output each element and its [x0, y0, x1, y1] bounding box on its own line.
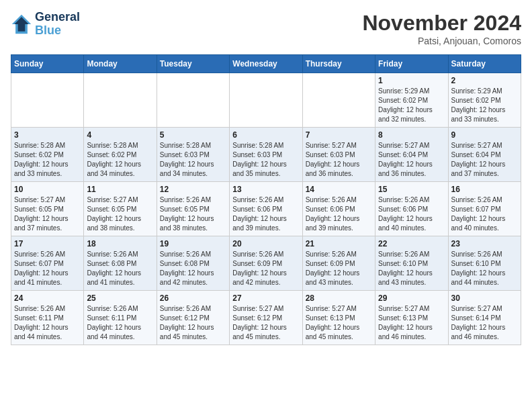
logo-text: General Blue — [35, 11, 80, 38]
calendar-cell: 21Sunrise: 5:26 AM Sunset: 6:09 PM Dayli… — [302, 236, 375, 291]
day-info: Sunrise: 5:27 AM Sunset: 6:05 PM Dayligh… — [87, 195, 153, 233]
day-number: 2 — [451, 76, 518, 85]
calendar-cell: 2Sunrise: 5:29 AM Sunset: 6:02 PM Daylig… — [448, 73, 521, 128]
day-number: 8 — [378, 130, 445, 140]
day-info: Sunrise: 5:27 AM Sunset: 6:12 PM Dayligh… — [232, 304, 299, 342]
calendar-cell: 17Sunrise: 5:26 AM Sunset: 6:07 PM Dayli… — [11, 236, 84, 291]
day-info: Sunrise: 5:27 AM Sunset: 6:04 PM Dayligh… — [378, 141, 445, 179]
logo: General Blue — [11, 11, 80, 38]
day-info: Sunrise: 5:28 AM Sunset: 6:02 PM Dayligh… — [87, 141, 153, 179]
weekday-header: Monday — [84, 55, 157, 73]
day-number: 27 — [232, 293, 299, 303]
day-info: Sunrise: 5:26 AM Sunset: 6:10 PM Dayligh… — [451, 250, 518, 287]
title-block: November 2024 Patsi, Anjouan, Comoros — [362, 11, 521, 46]
day-number: 9 — [451, 130, 518, 140]
calendar-cell: 18Sunrise: 5:26 AM Sunset: 6:08 PM Dayli… — [84, 236, 157, 291]
calendar-cell — [302, 73, 375, 128]
calendar-cell: 22Sunrise: 5:26 AM Sunset: 6:10 PM Dayli… — [375, 236, 448, 291]
day-info: Sunrise: 5:26 AM Sunset: 6:06 PM Dayligh… — [378, 195, 445, 233]
day-number: 29 — [378, 293, 445, 303]
day-number: 28 — [306, 293, 372, 303]
calendar-cell: 29Sunrise: 5:27 AM Sunset: 6:13 PM Dayli… — [375, 291, 448, 345]
weekday-header: Saturday — [448, 55, 521, 73]
day-number: 10 — [14, 185, 81, 194]
calendar-cell: 16Sunrise: 5:26 AM Sunset: 6:07 PM Dayli… — [448, 182, 521, 236]
day-number: 22 — [378, 239, 445, 248]
calendar-cell: 20Sunrise: 5:26 AM Sunset: 6:09 PM Dayli… — [230, 236, 302, 291]
calendar-week-row: 24Sunrise: 5:26 AM Sunset: 6:11 PM Dayli… — [11, 291, 521, 345]
day-info: Sunrise: 5:27 AM Sunset: 6:03 PM Dayligh… — [306, 141, 372, 179]
day-info: Sunrise: 5:29 AM Sunset: 6:02 PM Dayligh… — [451, 87, 518, 124]
day-info: Sunrise: 5:26 AM Sunset: 6:05 PM Dayligh… — [160, 195, 226, 233]
weekday-header: Thursday — [302, 55, 375, 73]
calendar-week-row: 10Sunrise: 5:27 AM Sunset: 6:05 PM Dayli… — [11, 182, 521, 236]
day-number: 3 — [14, 130, 81, 140]
day-number: 25 — [87, 293, 153, 303]
day-info: Sunrise: 5:27 AM Sunset: 6:04 PM Dayligh… — [451, 141, 518, 179]
calendar-cell — [11, 73, 84, 128]
day-number: 1 — [378, 76, 445, 85]
calendar-cell: 4Sunrise: 5:28 AM Sunset: 6:02 PM Daylig… — [84, 128, 157, 182]
calendar-cell: 25Sunrise: 5:26 AM Sunset: 6:11 PM Dayli… — [84, 291, 157, 345]
calendar-cell: 6Sunrise: 5:28 AM Sunset: 6:03 PM Daylig… — [230, 128, 302, 182]
day-number: 12 — [160, 185, 226, 194]
calendar-week-row: 1Sunrise: 5:29 AM Sunset: 6:02 PM Daylig… — [11, 73, 521, 128]
calendar-cell: 11Sunrise: 5:27 AM Sunset: 6:05 PM Dayli… — [84, 182, 157, 236]
calendar-cell: 24Sunrise: 5:26 AM Sunset: 6:11 PM Dayli… — [11, 291, 84, 345]
day-info: Sunrise: 5:26 AM Sunset: 6:09 PM Dayligh… — [306, 250, 372, 287]
calendar-cell: 28Sunrise: 5:27 AM Sunset: 6:13 PM Dayli… — [302, 291, 375, 345]
calendar-week-row: 3Sunrise: 5:28 AM Sunset: 6:02 PM Daylig… — [11, 128, 521, 182]
day-info: Sunrise: 5:26 AM Sunset: 6:06 PM Dayligh… — [232, 195, 299, 233]
day-info: Sunrise: 5:28 AM Sunset: 6:03 PM Dayligh… — [160, 141, 226, 179]
day-info: Sunrise: 5:26 AM Sunset: 6:11 PM Dayligh… — [87, 304, 153, 342]
day-info: Sunrise: 5:28 AM Sunset: 6:02 PM Dayligh… — [14, 141, 81, 179]
day-info: Sunrise: 5:26 AM Sunset: 6:06 PM Dayligh… — [306, 195, 372, 233]
calendar-cell: 10Sunrise: 5:27 AM Sunset: 6:05 PM Dayli… — [11, 182, 84, 236]
calendar-cell: 27Sunrise: 5:27 AM Sunset: 6:12 PM Dayli… — [230, 291, 302, 345]
day-info: Sunrise: 5:27 AM Sunset: 6:14 PM Dayligh… — [451, 304, 518, 342]
calendar-cell: 1Sunrise: 5:29 AM Sunset: 6:02 PM Daylig… — [375, 73, 448, 128]
day-number: 23 — [451, 239, 518, 248]
day-info: Sunrise: 5:27 AM Sunset: 6:13 PM Dayligh… — [306, 304, 372, 342]
day-number: 4 — [87, 130, 153, 140]
day-number: 19 — [160, 239, 226, 248]
month-title: November 2024 — [362, 11, 521, 36]
day-info: Sunrise: 5:26 AM Sunset: 6:07 PM Dayligh… — [14, 250, 81, 287]
day-number: 16 — [451, 185, 518, 194]
day-info: Sunrise: 5:26 AM Sunset: 6:08 PM Dayligh… — [160, 250, 226, 287]
calendar-cell — [84, 73, 157, 128]
day-info: Sunrise: 5:28 AM Sunset: 6:03 PM Dayligh… — [232, 141, 299, 179]
day-info: Sunrise: 5:27 AM Sunset: 6:13 PM Dayligh… — [378, 304, 445, 342]
location: Patsi, Anjouan, Comoros — [362, 36, 521, 46]
calendar-cell: 7Sunrise: 5:27 AM Sunset: 6:03 PM Daylig… — [302, 128, 375, 182]
weekday-header: Tuesday — [157, 55, 229, 73]
day-number: 7 — [306, 130, 372, 140]
day-info: Sunrise: 5:26 AM Sunset: 6:11 PM Dayligh… — [14, 304, 81, 342]
calendar-cell: 12Sunrise: 5:26 AM Sunset: 6:05 PM Dayli… — [157, 182, 229, 236]
day-number: 26 — [160, 293, 226, 303]
page-header: General Blue November 2024 Patsi, Anjoua… — [11, 11, 521, 46]
day-number: 11 — [87, 185, 153, 194]
day-number: 30 — [451, 293, 518, 303]
logo-line2: Blue — [35, 24, 80, 38]
day-info: Sunrise: 5:27 AM Sunset: 6:05 PM Dayligh… — [14, 195, 81, 233]
weekday-header: Friday — [375, 55, 448, 73]
calendar-cell: 14Sunrise: 5:26 AM Sunset: 6:06 PM Dayli… — [302, 182, 375, 236]
calendar-cell: 15Sunrise: 5:26 AM Sunset: 6:06 PM Dayli… — [375, 182, 448, 236]
day-number: 17 — [14, 239, 81, 248]
day-info: Sunrise: 5:26 AM Sunset: 6:09 PM Dayligh… — [232, 250, 299, 287]
calendar-cell: 13Sunrise: 5:26 AM Sunset: 6:06 PM Dayli… — [230, 182, 302, 236]
calendar-cell — [157, 73, 229, 128]
day-number: 21 — [306, 239, 372, 248]
calendar-table: SundayMondayTuesdayWednesdayThursdayFrid… — [11, 54, 521, 345]
day-info: Sunrise: 5:26 AM Sunset: 6:08 PM Dayligh… — [87, 250, 153, 287]
calendar-cell: 23Sunrise: 5:26 AM Sunset: 6:10 PM Dayli… — [448, 236, 521, 291]
day-number: 5 — [160, 130, 226, 140]
calendar-cell: 3Sunrise: 5:28 AM Sunset: 6:02 PM Daylig… — [11, 128, 84, 182]
logo-icon — [11, 13, 32, 35]
logo-line1: General — [35, 11, 80, 24]
day-info: Sunrise: 5:26 AM Sunset: 6:12 PM Dayligh… — [160, 304, 226, 342]
day-number: 15 — [378, 185, 445, 194]
calendar-week-row: 17Sunrise: 5:26 AM Sunset: 6:07 PM Dayli… — [11, 236, 521, 291]
calendar-cell — [230, 73, 302, 128]
